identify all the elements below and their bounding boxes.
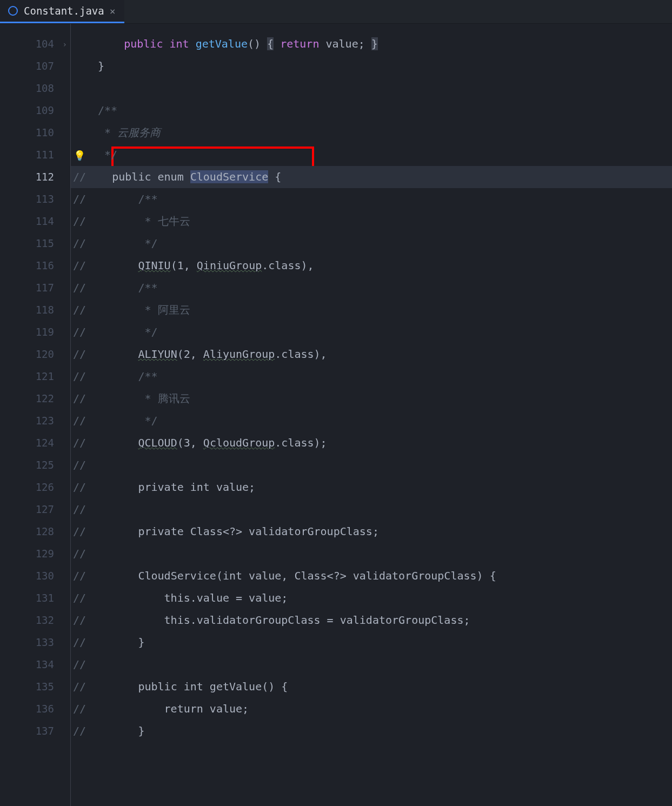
line-number: 135 (0, 676, 70, 698)
code-token: * (98, 126, 117, 139)
code-line[interactable]: // public enum CloudService { (71, 166, 672, 188)
fold-icon[interactable]: › (63, 33, 67, 55)
code-token: (1, (171, 259, 197, 272)
line-number: 104› (0, 33, 70, 55)
editor-tab[interactable]: Constant.java × (0, 0, 124, 23)
code-token: QCLOUD (138, 436, 177, 449)
code-token: } (138, 724, 144, 737)
code-token: (2, (177, 348, 203, 361)
line-number: 120 (0, 343, 70, 365)
code-line[interactable]: // this.value = value; (71, 587, 672, 609)
code-token: // (73, 481, 138, 494)
code-line[interactable]: // */ (71, 410, 672, 432)
line-number: 116 (0, 255, 70, 277)
line-number: 136 (0, 698, 70, 720)
code-token: value (325, 37, 358, 50)
code-line[interactable]: // /** (71, 277, 672, 299)
code-line[interactable]: // QINIU(1, QiniuGroup.class), (71, 255, 672, 277)
code-line[interactable]: */ (71, 144, 672, 166)
line-number: 121 (0, 365, 70, 388)
code-line[interactable]: // private Class<?> validatorGroupClass; (71, 521, 672, 543)
code-token: // */ (73, 414, 158, 427)
code-token: this.value = value; (164, 591, 288, 604)
line-number: 109 (0, 99, 70, 122)
code-line[interactable]: // } (71, 631, 672, 654)
code-token (274, 37, 280, 50)
code-line[interactable]: // * 腾讯云 (71, 388, 672, 410)
code-line[interactable]: /** (71, 99, 672, 122)
code-token: // /** (73, 281, 158, 294)
line-number: 124 (0, 432, 70, 454)
code-token: ALIYUN (138, 348, 177, 361)
code-token: // */ (73, 325, 158, 338)
code-token: // /** (73, 370, 158, 383)
line-number: 111💡 (0, 144, 70, 166)
code-line[interactable]: // (71, 454, 672, 476)
code-token: private Class<?> validatorGroupClass; (138, 525, 379, 538)
code-token: // (73, 170, 112, 183)
code-token: // (73, 547, 86, 560)
line-number: 137 (0, 720, 70, 742)
code-line[interactable]: // (71, 498, 672, 521)
line-number: 115 (0, 232, 70, 255)
line-number: 110 (0, 122, 70, 144)
code-line[interactable]: // (71, 654, 672, 676)
code-token: // (73, 591, 164, 604)
code-line[interactable]: // public int getValue() { (71, 676, 672, 698)
code-token: getValue (196, 37, 248, 50)
close-icon[interactable]: × (110, 5, 116, 17)
code-token: // (73, 658, 86, 671)
code-line[interactable]: // QCLOUD(3, QcloudGroup.class); (71, 432, 672, 454)
line-number: 130 (0, 565, 70, 587)
code-line[interactable]: // * 阿里云 (71, 299, 672, 321)
code-line[interactable]: // this.validatorGroupClass = validatorG… (71, 609, 672, 631)
code-line[interactable]: // /** (71, 188, 672, 210)
code-token: public int getValue() { (138, 680, 288, 693)
code-token: // (73, 525, 138, 538)
code-token: CloudService(int value, Class<?> validat… (138, 569, 496, 582)
line-number: 113 (0, 188, 70, 210)
code-token: /** (98, 104, 117, 117)
line-number: 108 (0, 77, 70, 99)
editor: 104›107108109110111💡11211311411511611711… (0, 24, 672, 806)
code-token: (3, (177, 436, 203, 449)
line-number: 127 (0, 498, 70, 521)
code-area[interactable]: public int getValue() { return value; }}… (70, 24, 672, 806)
code-token: CloudService (190, 170, 269, 183)
code-token: { (267, 37, 274, 50)
code-line[interactable]: // */ (71, 321, 672, 343)
code-line[interactable] (71, 77, 672, 99)
code-token: public enum (112, 170, 190, 183)
code-line[interactable]: // return value; (71, 698, 672, 720)
code-line[interactable]: // private int value; (71, 476, 672, 498)
code-token: QcloudGroup (203, 436, 275, 449)
line-number: 128 (0, 521, 70, 543)
code-line[interactable]: // /** (71, 365, 672, 388)
code-line[interactable]: // (71, 543, 672, 565)
code-token: // (73, 680, 138, 693)
line-number: 107 (0, 55, 70, 77)
code-token: 云服务商 (117, 126, 161, 139)
code-line[interactable]: // } (71, 720, 672, 742)
code-line[interactable]: // */ (71, 232, 672, 255)
code-line[interactable]: } (71, 55, 672, 77)
code-line[interactable]: // CloudService(int value, Class<?> vali… (71, 565, 672, 587)
code-token: QINIU (138, 259, 170, 272)
code-token: () (248, 37, 267, 50)
code-line[interactable]: // ALIYUN(2, AliyunGroup.class), (71, 343, 672, 365)
tab-bar: Constant.java × (0, 0, 672, 24)
code-token: .class); (275, 436, 327, 449)
code-token: } (138, 636, 144, 649)
code-line[interactable]: public int getValue() { return value; } (71, 33, 672, 55)
line-number: 134 (0, 654, 70, 676)
code-token: QiniuGroup (197, 259, 262, 272)
code-line[interactable]: * 云服务商 (71, 122, 672, 144)
code-token: ; (358, 37, 371, 50)
code-token: // (73, 569, 138, 582)
line-number: 118 (0, 299, 70, 321)
svg-point-0 (9, 6, 17, 15)
line-number: 122 (0, 388, 70, 410)
code-line[interactable]: // * 七牛云 (71, 210, 672, 232)
tab-filename: Constant.java (24, 5, 104, 17)
line-number: 129 (0, 543, 70, 565)
